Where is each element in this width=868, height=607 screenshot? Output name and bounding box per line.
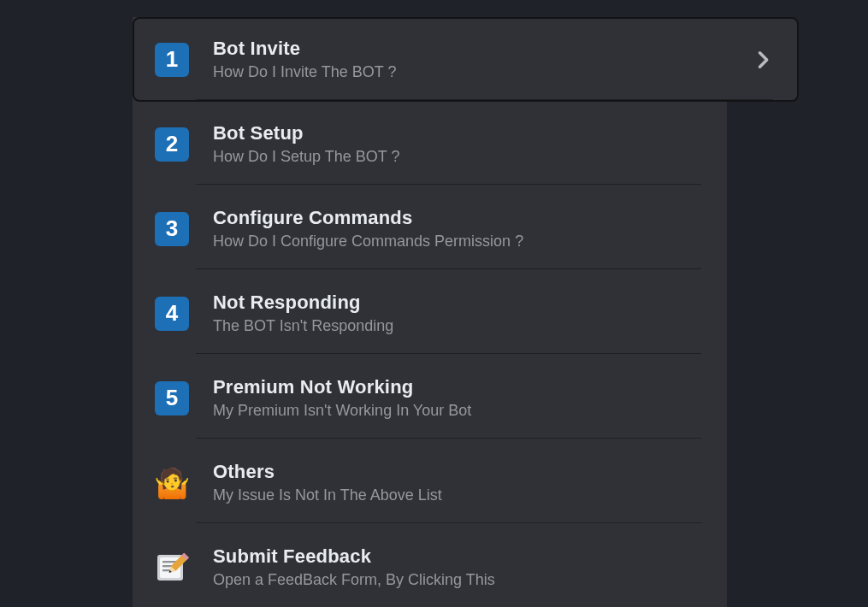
- menu-item-bot-setup[interactable]: 2 Bot Setup How Do I Setup The BOT ?: [133, 102, 727, 186]
- menu-item-subtitle: My Issue Is Not In The Above List: [213, 486, 701, 504]
- menu-item-title: Others: [213, 461, 701, 483]
- menu-item-configure-commands[interactable]: 3 Configure Commands How Do I Configure …: [133, 186, 727, 271]
- menu-item-text: Submit Feedback Open a FeedBack Form, By…: [213, 545, 701, 589]
- divider: [196, 268, 701, 269]
- menu-item-text: Not Responding The BOT Isn't Responding: [213, 292, 701, 335]
- menu-item-subtitle: How Do I Configure Commands Permission ?: [213, 233, 701, 250]
- menu-item-bot-invite[interactable]: 1 Bot Invite How Do I Invite The BOT ?: [133, 17, 799, 102]
- menu-item-submit-feedback[interactable]: Submit Feedback Open a FeedBack Form, By…: [133, 525, 727, 607]
- number-badge-icon: 2: [155, 127, 189, 162]
- menu-item-subtitle: How Do I Invite The BOT ?: [213, 63, 701, 81]
- menu-item-title: Premium Not Working: [213, 376, 701, 398]
- help-menu-panel: 1 Bot Invite How Do I Invite The BOT ? 2…: [133, 17, 727, 607]
- menu-item-subtitle: The BOT Isn't Responding: [213, 317, 701, 335]
- menu-item-premium-not-working[interactable]: 5 Premium Not Working My Premium Isn't W…: [133, 356, 727, 440]
- menu-item-title: Not Responding: [213, 292, 701, 314]
- number-badge-icon: 5: [155, 381, 189, 415]
- menu-item-title: Submit Feedback: [213, 545, 701, 568]
- menu-item-not-responding[interactable]: 4 Not Responding The BOT Isn't Respondin…: [133, 271, 727, 356]
- divider: [196, 184, 701, 185]
- feedback-pencil-icon: [155, 551, 189, 585]
- number-badge-icon: 1: [155, 43, 189, 77]
- menu-item-title: Bot Setup: [213, 122, 701, 144]
- menu-item-subtitle: My Premium Isn't Working In Your Bot: [213, 402, 701, 420]
- divider: [196, 522, 701, 523]
- menu-item-title: Configure Commands: [213, 207, 701, 229]
- divider: [196, 353, 701, 354]
- number-badge-icon: 4: [155, 297, 189, 331]
- chevron-right-icon: [751, 48, 775, 72]
- divider: [196, 438, 701, 439]
- menu-item-text: Bot Setup How Do I Setup The BOT ?: [213, 122, 701, 166]
- divider: [196, 99, 773, 100]
- shrug-emoji-icon: 🤷: [155, 466, 189, 500]
- menu-item-subtitle: Open a FeedBack Form, By Clicking This: [213, 571, 701, 589]
- menu-item-text: Premium Not Working My Premium Isn't Wor…: [213, 376, 701, 420]
- menu-item-others[interactable]: 🤷 Others My Issue Is Not In The Above Li…: [133, 440, 727, 525]
- menu-item-text: Bot Invite How Do I Invite The BOT ?: [213, 38, 701, 81]
- number-badge-icon: 3: [155, 212, 189, 246]
- menu-item-text: Configure Commands How Do I Configure Co…: [213, 207, 701, 250]
- menu-item-text: Others My Issue Is Not In The Above List: [213, 461, 701, 504]
- menu-item-title: Bot Invite: [213, 38, 701, 60]
- menu-item-subtitle: How Do I Setup The BOT ?: [213, 148, 701, 166]
